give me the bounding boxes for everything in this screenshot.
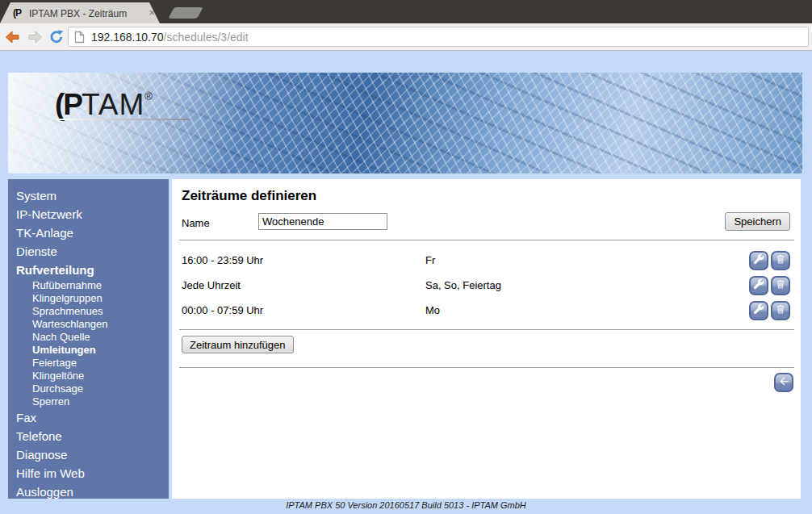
sidebar-item-klingelgruppen[interactable]: Klingelgruppen: [8, 292, 169, 305]
sidebar-item-umleitungen[interactable]: Umleitungen: [8, 344, 169, 357]
sidebar-item-dienste[interactable]: Dienste: [8, 242, 169, 261]
tab-favicon-icon: (P: [13, 7, 21, 19]
delete-row-button[interactable]: [771, 301, 790, 320]
iptam-logo: (PTAM®: [55, 81, 153, 121]
trash-icon: [775, 303, 786, 317]
row-time: 00:00 - 07:59 Uhr: [182, 304, 425, 316]
schedule-row: 16:00 - 23:59 Uhr Fr: [172, 248, 801, 273]
name-label: Name: [182, 217, 210, 229]
screen: { "browser": { "tab_title": "IPTAM PBX -…: [0, 0, 812, 514]
address-bar[interactable]: 192.168.10.70/schedules/3/edit: [68, 27, 809, 47]
browser-tab[interactable]: (P IPTAM PBX - Zeiträum ×: [0, 2, 160, 23]
row-days: Mo: [425, 304, 749, 316]
row-days: Fr: [425, 254, 749, 266]
sidebar-item-ip-netzwerk[interactable]: IP-Netzwerk: [8, 205, 169, 224]
sidebar-item-fax[interactable]: Fax: [8, 408, 169, 427]
page-document-icon: [74, 31, 85, 44]
divider: [179, 240, 794, 240]
page-title: Zeiträume definieren: [182, 188, 316, 204]
schedule-row: 00:00 - 07:59 Uhr Mo: [172, 298, 801, 323]
main-content: Zeiträume definieren Name Speichern 16:0…: [172, 179, 801, 499]
sidebar-item-diagnose[interactable]: Diagnose: [8, 445, 169, 464]
browser-forward-icon[interactable]: [26, 29, 44, 45]
wrench-icon: [753, 278, 764, 292]
sidebar-item-rufuebernahme[interactable]: Rufübernahme: [8, 279, 169, 292]
save-button[interactable]: Speichern: [725, 212, 790, 231]
sidebar-item-ausloggen[interactable]: Ausloggen: [8, 483, 169, 501]
sidebar-nav: System IP-Netzwerk TK-Anlage Dienste Ruf…: [8, 179, 169, 499]
footer-version-text: IPTAM PBX 50 Version 20160517 Build 5013…: [0, 500, 812, 510]
browser-back-icon[interactable]: [4, 29, 22, 45]
wrench-icon: [753, 303, 764, 317]
sidebar-item-durchsage[interactable]: Durchsage: [8, 382, 169, 395]
logo-underline: [57, 119, 190, 120]
back-button[interactable]: [774, 373, 793, 392]
iptam-banner: (PTAM®: [8, 73, 802, 173]
row-actions: [749, 276, 790, 295]
sidebar-item-klingeltoene[interactable]: Klingeltöne: [8, 370, 169, 382]
divider: [179, 329, 794, 330]
name-input[interactable]: [258, 213, 387, 230]
sidebar-item-system[interactable]: System: [8, 186, 169, 205]
sidebar-item-hilfe-im-web[interactable]: Hilfe im Web: [8, 464, 169, 483]
row-actions: [749, 251, 790, 270]
tab-title: IPTAM PBX - Zeiträum: [29, 8, 140, 19]
row-time: 16:00 - 23:59 Uhr: [182, 254, 425, 266]
sidebar-item-nach-quelle[interactable]: Nach Quelle: [8, 331, 169, 344]
row-days: Sa, So, Feiertag: [425, 279, 749, 291]
schedule-row: Jede Uhrzeit Sa, So, Feiertag: [172, 273, 801, 298]
browser-titlebar: (P IPTAM PBX - Zeiträum ×: [0, 0, 812, 23]
webpage: (PTAM® System IP-Netzwerk TK-Anlage Dien…: [0, 51, 812, 514]
url-path: /schedules/3/edit: [164, 31, 249, 44]
trash-icon: [775, 253, 786, 267]
delete-row-button[interactable]: [771, 276, 790, 295]
edit-row-button[interactable]: [749, 301, 768, 320]
add-timespan-button[interactable]: Zeitraum hinzufügen: [182, 336, 294, 353]
edit-row-button[interactable]: [749, 251, 768, 270]
tab-close-icon[interactable]: ×: [149, 6, 155, 19]
delete-row-button[interactable]: [771, 251, 790, 270]
logo-tam-text: TAM: [82, 88, 144, 121]
arrow-left-icon: [778, 375, 790, 390]
sidebar-item-telefone[interactable]: Telefone: [8, 427, 169, 445]
divider: [179, 367, 794, 368]
logo-ip-mark: (P: [55, 88, 82, 121]
sidebar-item-rufverteilung[interactable]: Rufverteilung: [8, 261, 169, 279]
sidebar-item-sperren[interactable]: Sperren: [8, 395, 169, 408]
browser-reload-icon[interactable]: [48, 29, 65, 45]
new-tab-button[interactable]: [168, 7, 203, 19]
url-host: 192.168.10.70: [91, 31, 164, 44]
sidebar-item-sprachmenues[interactable]: Sprachmenues: [8, 305, 169, 318]
sidebar-item-feiertage[interactable]: Feiertage: [8, 357, 169, 370]
sidebar-item-warteschlangen[interactable]: Warteschlangen: [8, 318, 169, 331]
wrench-icon: [753, 253, 764, 267]
logo-registered-mark: ®: [144, 90, 153, 102]
row-time: Jede Uhrzeit: [182, 279, 425, 291]
trash-icon: [775, 278, 786, 292]
row-actions: [749, 301, 790, 320]
sidebar-item-tk-anlage[interactable]: TK-Anlage: [8, 224, 169, 242]
edit-row-button[interactable]: [749, 276, 768, 295]
